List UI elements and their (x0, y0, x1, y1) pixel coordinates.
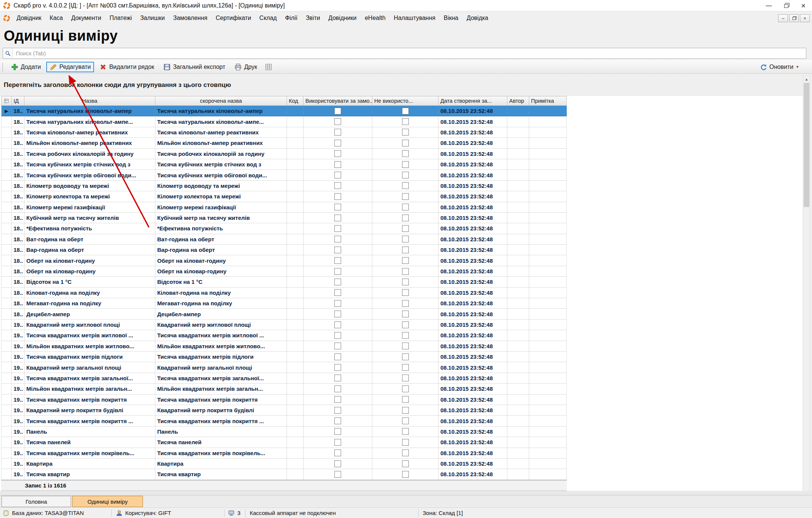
use-checkbox[interactable] (334, 449, 341, 456)
scroll-up-icon[interactable]: ▲ (803, 76, 810, 83)
use-checkbox[interactable] (334, 108, 341, 114)
not-use-checkbox[interactable] (402, 417, 409, 424)
table-row[interactable]: 19..Тисяча квадратних метрів підлогиТися… (1, 352, 567, 362)
not-use-checkbox[interactable] (402, 118, 409, 125)
use-checkbox[interactable] (334, 407, 341, 414)
use-checkbox[interactable] (334, 225, 341, 232)
table-row[interactable]: 18..Кубічний метр на тисячу жителівКубіч… (1, 213, 567, 223)
use-checkbox[interactable] (334, 311, 341, 317)
delete-row-button[interactable]: Видалити рядок (96, 61, 158, 73)
table-row[interactable]: 19..Тисяча квадратних метрів покриття ..… (1, 416, 567, 426)
table-row[interactable]: 18..Ват-година на обертВат-година на обе… (1, 234, 567, 245)
menu-item-Замовлення[interactable]: Замовлення (169, 12, 211, 24)
not-use-checkbox[interactable] (402, 343, 409, 349)
not-use-checkbox[interactable] (402, 471, 409, 478)
menu-item-Склад[interactable]: Склад (255, 12, 281, 24)
table-row[interactable]: 19..Квадратний метр житлової площіКвадра… (1, 320, 567, 330)
column-header-note[interactable]: Примітка (529, 96, 567, 105)
use-checkbox[interactable] (334, 257, 341, 264)
menu-item-Вікна[interactable]: Вікна (440, 12, 463, 24)
use-checkbox[interactable] (334, 364, 341, 371)
use-checkbox[interactable] (334, 471, 341, 478)
mdi-close-button[interactable]: × (800, 14, 810, 22)
use-checkbox[interactable] (334, 460, 341, 467)
mdi-minimize-button[interactable]: – (778, 14, 788, 22)
not-use-checkbox[interactable] (402, 385, 409, 392)
not-use-checkbox[interactable] (402, 247, 409, 253)
toolbar-grip[interactable] (2, 63, 4, 71)
menu-item-Звіти[interactable]: Звіти (302, 12, 324, 24)
table-row[interactable]: 18..Оберт на кіловат-годинуОберт на кіло… (1, 255, 567, 266)
use-checkbox[interactable] (334, 193, 341, 200)
use-checkbox[interactable] (334, 118, 341, 125)
not-use-checkbox[interactable] (402, 289, 409, 296)
refresh-dropdown-icon[interactable]: ▾ (796, 64, 798, 69)
not-use-checkbox[interactable] (402, 161, 409, 168)
add-button[interactable]: Додати (7, 61, 45, 73)
column-header-use-by-default[interactable]: Використовувати за замо... (304, 96, 372, 105)
not-use-checkbox[interactable] (402, 439, 409, 446)
table-row[interactable]: 18..Кілометр колектора та мережіКілометр… (1, 191, 567, 202)
not-use-checkbox[interactable] (402, 332, 409, 339)
not-use-checkbox[interactable] (402, 140, 409, 146)
menu-item-eHealth[interactable]: eHealth (361, 12, 390, 24)
grid-view-button[interactable] (263, 61, 275, 73)
column-header-date-created[interactable]: Дата створення за... (439, 96, 507, 105)
use-checkbox[interactable] (334, 140, 341, 146)
use-checkbox[interactable] (334, 215, 341, 221)
column-header-author[interactable]: Автор (507, 96, 529, 105)
use-checkbox[interactable] (334, 172, 341, 178)
search-input[interactable] (13, 50, 806, 56)
use-checkbox[interactable] (334, 353, 341, 360)
not-use-checkbox[interactable] (402, 236, 409, 242)
table-row[interactable]: 19..Квадратний метр загальної площіКвадр… (1, 362, 567, 373)
not-use-checkbox[interactable] (402, 279, 409, 285)
not-use-checkbox[interactable] (402, 182, 409, 189)
not-use-checkbox[interactable] (402, 396, 409, 403)
menu-item-Філії[interactable]: Філії (281, 12, 302, 24)
table-row[interactable]: 18..Тисяча кіловольт-ампер реактивнихТис… (1, 127, 567, 138)
use-checkbox[interactable] (334, 279, 341, 285)
not-use-checkbox[interactable] (402, 460, 409, 467)
table-row[interactable]: 18..Кілометр водоводу та мережіКілометр … (1, 181, 567, 191)
use-checkbox[interactable] (334, 161, 341, 168)
table-row[interactable]: 19..Тисяча квадратних метрів загальної..… (1, 373, 567, 384)
table-row[interactable]: 18..*Ефективна потужність*Ефективна поту… (1, 223, 567, 234)
not-use-checkbox[interactable] (402, 193, 409, 200)
table-row[interactable]: 18..Децибел-амперДецибел-ампер08.10.2015… (1, 309, 567, 319)
table-row[interactable]: 19..Мільйон квадратних метрів загальн...… (1, 384, 567, 394)
menu-item-Каса[interactable]: Каса (46, 12, 67, 24)
column-header-id[interactable]: ІД (12, 96, 24, 105)
not-use-checkbox[interactable] (402, 225, 409, 232)
table-row[interactable]: ▶18..Тисяча натуральних кіловольт-амперТ… (1, 106, 567, 116)
not-use-checkbox[interactable] (402, 129, 409, 136)
table-row[interactable]: 18..Мільйон кіловольт-ампер реактивнихМі… (1, 138, 567, 148)
column-header-code[interactable]: Код (287, 96, 304, 105)
table-row[interactable]: 19..КвартираКвартира08.10.2015 23:52:48 (1, 459, 567, 469)
use-checkbox[interactable] (334, 375, 341, 381)
use-checkbox[interactable] (334, 268, 341, 275)
edit-button[interactable]: Редагувати (46, 62, 94, 72)
menu-item-Документи[interactable]: Документи (67, 12, 105, 24)
not-use-checkbox[interactable] (402, 204, 409, 210)
table-row[interactable]: 18..Тисяча кубічних метрів обігової води… (1, 170, 567, 180)
not-use-checkbox[interactable] (402, 257, 409, 264)
not-use-checkbox[interactable] (402, 215, 409, 221)
menu-item-Довідка[interactable]: Довідка (463, 12, 493, 24)
group-by-panel[interactable]: Перетягніть заголовок колонки сюди для у… (0, 74, 803, 96)
table-row[interactable]: 19..Квадратний метр покриття будівліКвад… (1, 405, 567, 416)
menu-item-Довідник[interactable]: Довідник (12, 12, 46, 24)
header-options-icon[interactable] (1, 96, 12, 105)
not-use-checkbox[interactable] (402, 449, 409, 456)
table-row[interactable]: 18..Відсоток на 1 °СВідсоток на 1 °С08.1… (1, 277, 567, 287)
use-checkbox[interactable] (334, 321, 341, 328)
use-checkbox[interactable] (334, 247, 341, 253)
not-use-checkbox[interactable] (402, 321, 409, 328)
menu-item-Налаштування[interactable]: Налаштування (390, 12, 440, 24)
not-use-checkbox[interactable] (402, 428, 409, 435)
column-header-name[interactable]: Назва (24, 96, 155, 105)
column-header-short-name[interactable]: скорочена назва (155, 96, 287, 105)
not-use-checkbox[interactable] (402, 375, 409, 381)
use-checkbox[interactable] (334, 204, 341, 210)
use-checkbox[interactable] (334, 428, 341, 435)
